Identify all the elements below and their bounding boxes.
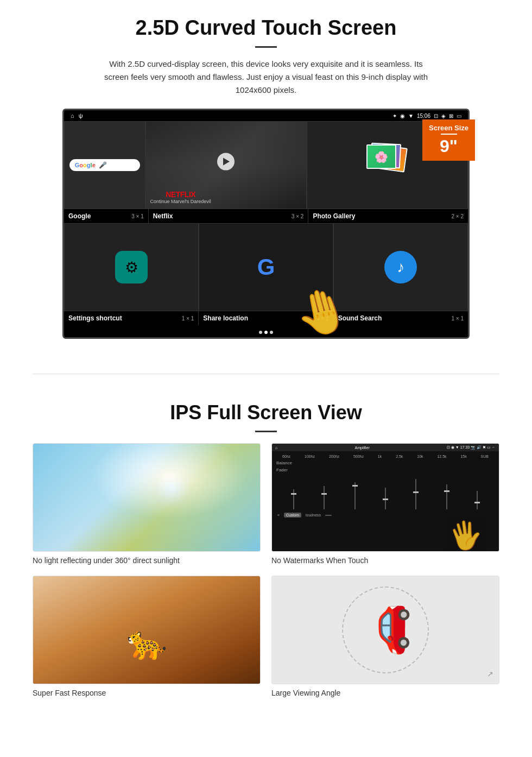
section1-title: 2.5D Curved Touch Screen [33,16,499,40]
badge-underline [441,134,457,135]
car-top-icon: 🚗 [360,603,411,657]
app-row-2: ⚙ G 🤚 [64,223,468,311]
netflix-app-cell[interactable]: NETFLIX Continue Marvel's Daredevil [145,121,307,209]
sound-inner: ♪ [334,224,467,311]
time-display: 15:06 [417,113,430,119]
netflix-size: 3 × 2 [292,213,304,219]
netflix-label: Netflix [153,212,173,220]
eq-slider-7 [463,476,491,509]
usb-icon: ψ [79,112,83,119]
google-inner: Google 🎤 [65,122,145,209]
settings-label: Settings shortcut [68,314,122,322]
window-icon: ▭ [457,113,461,119]
eq-slider-3 [341,476,369,509]
sunlight-feature: No light reflecting under 360° direct su… [33,443,261,565]
screen-size-badge: Screen Size 9" [422,119,475,161]
car-image: 🚗 ↗ [271,576,499,684]
camera-icon: ⊡ [434,113,438,119]
sunlight-caption: No light reflecting under 360° direct su… [33,556,261,565]
section2-underline [255,431,277,432]
netflix-subtitle: Continue Marvel's Daredevil [150,199,211,204]
car-feature: 🚗 ↗ Large Viewing Angle [271,576,499,697]
amp-freq-labels: 60hz100hz200hz500hz1k2.5k10k12.5k15kSUB [275,455,496,458]
google-label: Google [68,212,91,220]
photo-stack [365,143,409,187]
label-settings: Settings shortcut 1 × 1 [64,311,199,325]
amp-hand-icon: 🖐 [446,517,485,552]
settings-size: 1 × 1 [182,316,194,321]
sound-search-cell[interactable]: ♪ [333,223,468,311]
home-icon: ⌂ [71,112,74,119]
label-sound: Sound Search 1 × 1 [334,311,468,325]
bluetooth-icon: ✦ [392,113,397,119]
amp-loudness-label: loudness [306,513,321,517]
photo-card-1 [366,144,396,169]
google-logo: Google [75,162,96,168]
status-right: ✦ ◉ ▼ 15:06 ⊡ ◈ ⊠ ▭ [392,113,461,119]
eq-slider-4 [371,476,400,509]
device-wrapper: Screen Size 9" ⌂ ψ ✦ ◉ ▼ 15:06 ⊡ [62,109,470,339]
settings-inner: ⚙ [65,224,198,311]
section2-title: IPS Full Screen View [33,401,499,424]
dots-container [64,325,468,337]
label-gallery: Photo Gallery 2 × 2 [308,209,468,223]
music-icon-bg: ♪ [384,251,417,283]
amp-controls: ⊡ ◉ ▼ 17:33 📷 🔊 ✖ ▭ ← [447,445,496,450]
settings-app-cell[interactable]: ⚙ [64,223,199,311]
amp-custom-btn: Custom [284,513,301,518]
page-dots [259,331,273,334]
google-size: 3 × 1 [131,213,144,219]
music-note-icon: ♪ [397,258,404,276]
section1-description: With 2.5D curved-display screen, this de… [98,58,434,97]
label-row-2: Settings shortcut 1 × 1 Share location 1… [64,311,468,325]
google-app-cell[interactable]: Google 🎤 [64,121,145,209]
netflix-logo-text: NETFLIX [150,190,211,199]
badge-size: 9" [429,136,468,156]
page: 2.5D Curved Touch Screen With 2.5D curve… [0,0,532,714]
title-underline [255,46,277,48]
section-divider [33,374,499,374]
features-grid: No light reflecting under 360° direct su… [33,443,499,697]
amp-fader-label: Fader [275,466,496,474]
label-google: Google 3 × 1 [64,209,149,223]
cheetah-feature: 🐆 Super Fast Response [33,576,261,697]
label-row-1: Google 3 × 1 Netflix 3 × 2 Photo Gallery… [64,209,468,223]
amp-bottom-bar: « Custom loudness [275,512,496,519]
section1: 2.5D Curved Touch Screen With 2.5D curve… [0,0,532,352]
eq-slider-2 [310,476,338,509]
settings-gear-icon: ⚙ [125,258,138,276]
label-netflix: Netflix 3 × 2 [149,209,309,223]
close-icon: ⊠ [449,113,453,119]
play-button[interactable] [217,153,235,171]
share-inner: G 🤚 [199,224,333,311]
gallery-size: 2 × 2 [451,213,464,219]
share-location-cell[interactable]: G 🤚 [199,223,333,311]
section2: IPS Full Screen View No light reflecting… [0,396,532,714]
sound-size: 1 × 1 [451,316,464,321]
cheetah-caption: Super Fast Response [33,689,261,697]
amp-title-text: Amplifier [354,446,369,450]
eq-slider-1 [280,476,308,509]
share-label: Share location [203,314,248,322]
eq-slider-6 [432,476,460,509]
volume-icon: ◈ [441,113,446,119]
play-icon [223,158,230,166]
badge-title: Screen Size [429,124,468,132]
dot-3 [270,331,273,334]
gallery-label: Photo Gallery [313,212,355,220]
car-circle: 🚗 [342,586,429,673]
netflix-overlay: NETFLIX Continue Marvel's Daredevil [150,190,211,204]
amp-header: ⌂ Amplifier ⊡ ◉ ▼ 17:33 📷 🔊 ✖ ▭ ← [272,444,499,451]
netflix-inner: NETFLIX Continue Marvel's Daredevil [146,122,306,209]
google-mic-icon: 🎤 [99,161,107,169]
eq-sliders [275,474,496,512]
amp-balance-label: Balance [275,459,496,466]
amp-eq-area: 60hz100hz200hz500hz1k2.5k10k12.5k15kSUB … [272,451,499,551]
amplifier-image: ⌂ Amplifier ⊡ ◉ ▼ 17:33 📷 🔊 ✖ ▭ ← 60hz10… [271,443,499,552]
sunlight-image [33,443,261,552]
maps-icon: G [257,254,275,280]
app-row-1: Google 🎤 [64,121,468,209]
status-left: ⌂ ψ [71,112,83,119]
car-angle-indicator: ↗ [487,670,493,678]
amp-toggle [325,515,332,516]
